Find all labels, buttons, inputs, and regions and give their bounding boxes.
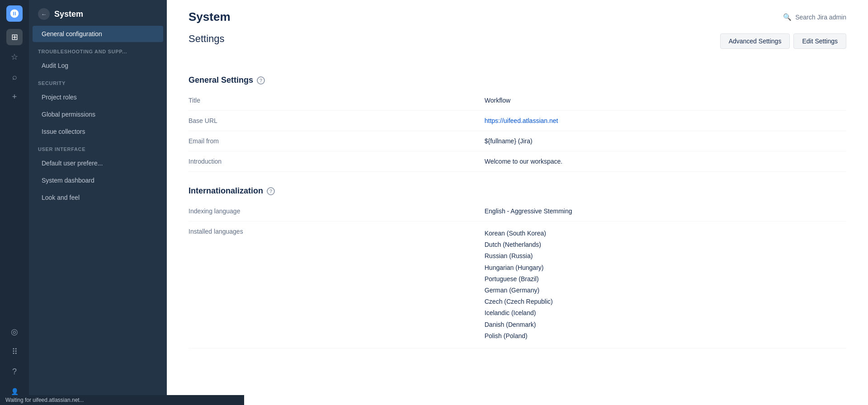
search-icon[interactable]: ⌕	[6, 69, 23, 85]
table-row: Installed languages Korean (South Korea)…	[189, 221, 846, 348]
sidebar-item-default-user-prefs[interactable]: Default user prefere...	[33, 155, 163, 171]
internationalization-table: Indexing language English - Aggressive S…	[189, 201, 846, 348]
main-header: System 🔍 Search Jira admin	[167, 0, 868, 24]
general-settings-title: General Settings ?	[189, 75, 265, 85]
table-row: Introduction Welcome to our workspace.	[189, 151, 846, 172]
list-item: Polish (Poland)	[485, 330, 846, 342]
internationalization-help-icon[interactable]: ?	[267, 187, 275, 195]
sidebar-item-issue-collectors[interactable]: Issue collectors	[33, 123, 163, 140]
table-row: Title Workflow	[189, 90, 846, 111]
field-label-installed-languages: Installed languages	[189, 221, 485, 348]
base-url-link[interactable]: https://uifeed.atlassian.net	[485, 117, 558, 124]
field-value-installed-languages: Korean (South Korea)Dutch (Netherlands)R…	[485, 221, 846, 348]
field-value-introduction: Welcome to our workspace.	[485, 151, 846, 172]
general-settings-table: Title Workflow Base URL https://uifeed.a…	[189, 90, 846, 172]
field-label-email-from: Email from	[189, 131, 485, 151]
sidebar-item-system-dashboard[interactable]: System dashboard	[33, 172, 163, 188]
advanced-settings-button[interactable]: Advanced Settings	[720, 33, 790, 49]
general-settings-help-icon[interactable]: ?	[257, 76, 265, 85]
search-admin-icon: 🔍	[783, 13, 792, 21]
search-admin-button[interactable]: 🔍 Search Jira admin	[783, 13, 846, 21]
field-label-introduction: Introduction	[189, 151, 485, 172]
sidebar-heading: System	[54, 9, 83, 19]
list-item: Danish (Denmark)	[485, 319, 846, 330]
notification-icon[interactable]: ◎	[6, 324, 23, 340]
list-item: Czech (Czech Republic)	[485, 296, 846, 307]
table-row: Indexing language English - Aggressive S…	[189, 201, 846, 221]
sidebar-back-button[interactable]: ←	[38, 8, 50, 20]
list-item: Hungarian (Hungary)	[485, 262, 846, 273]
sidebar-item-audit-log[interactable]: Audit Log	[33, 57, 163, 74]
sidebar-section-user-interface: USER INTERFACE	[29, 140, 167, 155]
help-icon[interactable]: ?	[6, 363, 23, 380]
field-label-base-url: Base URL	[189, 111, 485, 131]
page-subtitle: Settings	[189, 28, 225, 54]
list-item: Korean (South Korea)	[485, 228, 846, 239]
sidebar: ← System General configuration TROUBLESH…	[29, 0, 167, 405]
status-bar: Waiting for uifeed.atlassian.net...	[0, 395, 244, 405]
home-icon[interactable]: ⊞	[6, 29, 23, 45]
internationalization-section-header: Internationalization ?	[189, 172, 846, 201]
installed-languages-list: Korean (South Korea)Dutch (Netherlands)R…	[485, 228, 846, 342]
sidebar-section-troubleshooting: TROUBLESHOOTING AND SUPP...	[29, 42, 167, 57]
star-icon[interactable]: ☆	[6, 49, 23, 65]
list-item: Dutch (Netherlands)	[485, 239, 846, 250]
table-row: Base URL https://uifeed.atlassian.net	[189, 111, 846, 131]
edit-settings-button[interactable]: Edit Settings	[793, 33, 846, 49]
sidebar-header: ← System	[29, 0, 167, 25]
sidebar-section-security: SECURITY	[29, 74, 167, 89]
list-item: Icelandic (Iceland)	[485, 307, 846, 319]
action-buttons: Advanced Settings Edit Settings	[720, 33, 846, 49]
sidebar-item-general-configuration[interactable]: General configuration	[33, 26, 163, 42]
sidebar-item-project-roles[interactable]: Project roles	[33, 89, 163, 105]
general-settings-section-header: General Settings ?	[189, 63, 846, 90]
search-admin-label: Search Jira admin	[795, 14, 846, 21]
list-item: Portuguese (Brazil)	[485, 273, 846, 285]
sidebar-item-look-and-feel[interactable]: Look and feel	[33, 189, 163, 206]
field-value-indexing-language: English - Aggressive Stemming	[485, 201, 846, 221]
field-value-email-from: ${fullname} (Jira)	[485, 131, 846, 151]
field-label-indexing-language: Indexing language	[189, 201, 485, 221]
status-text: Waiting for uifeed.atlassian.net...	[5, 397, 84, 403]
apps-icon[interactable]: ⠿	[6, 344, 23, 360]
field-value-title: Workflow	[485, 90, 846, 111]
sidebar-item-global-permissions[interactable]: Global permissions	[33, 106, 163, 122]
page-title: System	[189, 10, 231, 24]
field-label-title: Title	[189, 90, 485, 111]
field-value-base-url: https://uifeed.atlassian.net	[485, 111, 846, 131]
nav-rail: ⊞ ☆ ⌕ + ◎ ⠿ ? 👤	[0, 0, 29, 405]
add-icon[interactable]: +	[6, 89, 23, 105]
table-row: Email from ${fullname} (Jira)	[189, 131, 846, 151]
main-body: Settings Advanced Settings Edit Settings…	[167, 24, 868, 370]
list-item: German (Germany)	[485, 285, 846, 296]
main-content-area: System 🔍 Search Jira admin Settings Adva…	[167, 0, 868, 405]
internationalization-title: Internationalization ?	[189, 186, 275, 196]
app-logo[interactable]	[6, 5, 23, 22]
list-item: Russian (Russia)	[485, 250, 846, 262]
